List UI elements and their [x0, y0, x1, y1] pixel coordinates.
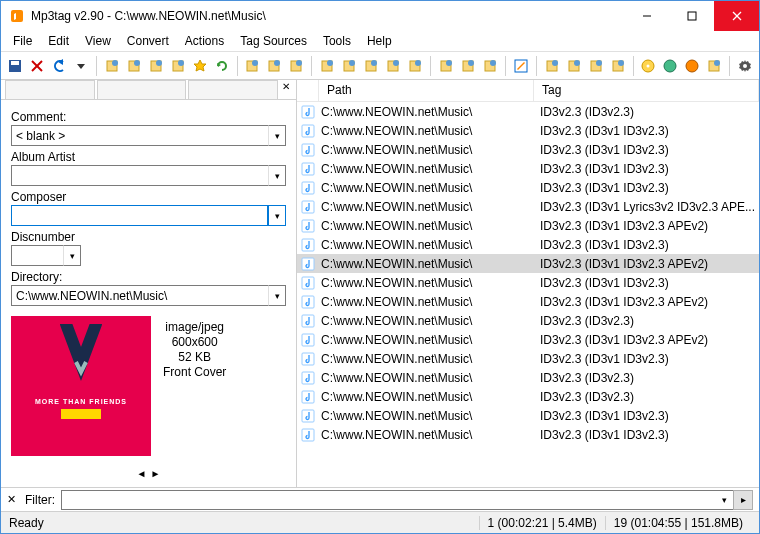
- composer-combo[interactable]: ▾: [11, 205, 286, 226]
- table-row[interactable]: C:\www.NEOWIN.net\Music\ID3v2.3 (ID3v1 I…: [297, 178, 759, 197]
- menu-view[interactable]: View: [77, 32, 119, 50]
- highlight-icon[interactable]: [286, 55, 306, 77]
- delete-icon[interactable]: [27, 55, 47, 77]
- maximize-button[interactable]: [669, 1, 714, 31]
- undo-icon[interactable]: [49, 55, 69, 77]
- dropdown-small-icon[interactable]: [480, 55, 500, 77]
- actions-icon[interactable]: [436, 55, 456, 77]
- dropdown-icon[interactable]: [71, 55, 91, 77]
- tag-filename-icon[interactable]: [317, 55, 337, 77]
- dropdown-icon[interactable]: ▾: [63, 245, 81, 266]
- svg-point-36: [468, 60, 474, 66]
- directory-input[interactable]: [11, 285, 268, 306]
- favorites-icon[interactable]: [190, 55, 210, 77]
- table-row[interactable]: C:\www.NEOWIN.net\Music\ID3v2.3 (ID3v1 I…: [297, 140, 759, 159]
- table-row[interactable]: C:\www.NEOWIN.net\Music\ID3v2.3 (ID3v1 I…: [297, 406, 759, 425]
- close-button[interactable]: [714, 1, 759, 31]
- col-tag[interactable]: Tag: [534, 80, 759, 101]
- disc-icon[interactable]: [638, 55, 658, 77]
- cell-path: C:\www.NEOWIN.net\Music\: [319, 162, 534, 176]
- menu-help[interactable]: Help: [359, 32, 400, 50]
- text-to-tag-icon[interactable]: [383, 55, 403, 77]
- directory-combo[interactable]: ▾: [11, 285, 286, 306]
- cut-tag-icon[interactable]: [542, 55, 562, 77]
- albumartist-input[interactable]: [11, 165, 268, 186]
- col-path[interactable]: Path: [319, 80, 534, 101]
- dropdown-icon[interactable]: ▾: [268, 125, 286, 146]
- apply-filter-button[interactable]: ▸: [733, 490, 753, 510]
- comment-input[interactable]: [11, 125, 268, 146]
- table-row[interactable]: C:\www.NEOWIN.net\Music\ID3v2.3 (ID3v1 I…: [297, 159, 759, 178]
- table-row[interactable]: C:\www.NEOWIN.net\Music\ID3v2.3 (ID3v2.3…: [297, 102, 759, 121]
- settings-icon[interactable]: [735, 55, 755, 77]
- save-all-icon[interactable]: [168, 55, 188, 77]
- table-row[interactable]: C:\www.NEOWIN.net\Music\ID3v2.3 (ID3v1 I…: [297, 292, 759, 311]
- panel-tab[interactable]: [5, 80, 95, 99]
- table-row[interactable]: C:\www.NEOWIN.net\Music\ID3v2.3 (ID3v1 I…: [297, 254, 759, 273]
- menu-convert[interactable]: Convert: [119, 32, 177, 50]
- dropdown-small2-icon[interactable]: [704, 55, 724, 77]
- tag-to-tag-icon[interactable]: [361, 55, 381, 77]
- filename-tag-icon[interactable]: [339, 55, 359, 77]
- directory-label: Directory:: [11, 270, 286, 284]
- clear-filter-icon[interactable]: ✕: [7, 493, 19, 506]
- next-cover-icon[interactable]: ►: [151, 468, 161, 479]
- composer-input[interactable]: [11, 205, 268, 226]
- menu-tag-sources[interactable]: Tag Sources: [232, 32, 315, 50]
- table-row[interactable]: C:\www.NEOWIN.net\Music\ID3v2.3 (ID3v1 I…: [297, 273, 759, 292]
- minimize-button[interactable]: [624, 1, 669, 31]
- refresh-icon[interactable]: [212, 55, 232, 77]
- table-row[interactable]: C:\www.NEOWIN.net\Music\ID3v2.3 (ID3v1 I…: [297, 235, 759, 254]
- tag-to-text-icon[interactable]: [405, 55, 425, 77]
- table-row[interactable]: C:\www.NEOWIN.net\Music\ID3v2.3 (ID3v1 I…: [297, 330, 759, 349]
- comment-combo[interactable]: ▾: [11, 125, 286, 146]
- table-row[interactable]: C:\www.NEOWIN.net\Music\ID3v2.3 (ID3v1 I…: [297, 349, 759, 368]
- table-row[interactable]: C:\www.NEOWIN.net\Music\ID3v2.3 (ID3v1 I…: [297, 425, 759, 444]
- discnumber-input[interactable]: [11, 245, 63, 266]
- menu-edit[interactable]: Edit: [40, 32, 77, 50]
- panel-tab[interactable]: [188, 80, 278, 99]
- table-row[interactable]: C:\www.NEOWIN.net\Music\ID3v2.3 (ID3v1 I…: [297, 216, 759, 235]
- open-folder-icon[interactable]: [102, 55, 122, 77]
- list-body[interactable]: C:\www.NEOWIN.net\Music\ID3v2.3 (ID3v2.3…: [297, 102, 759, 487]
- add-folder-icon[interactable]: [124, 55, 144, 77]
- album-cover[interactable]: MORE THAN FRIENDS: [11, 316, 151, 456]
- cover-icon[interactable]: [682, 55, 702, 77]
- web-icon[interactable]: [660, 55, 680, 77]
- edit-icon[interactable]: [511, 55, 531, 77]
- menu-tools[interactable]: Tools: [315, 32, 359, 50]
- panel-tab[interactable]: [97, 80, 187, 99]
- table-row[interactable]: C:\www.NEOWIN.net\Music\ID3v2.3 (ID3v2.3…: [297, 387, 759, 406]
- cell-path: C:\www.NEOWIN.net\Music\: [319, 238, 534, 252]
- filter-dropdown-icon[interactable]: ▾: [722, 495, 727, 505]
- save-playlist-icon[interactable]: [146, 55, 166, 77]
- albumartist-combo[interactable]: ▾: [11, 165, 286, 186]
- menu-actions[interactable]: Actions: [177, 32, 232, 50]
- paste-tag-icon[interactable]: [586, 55, 606, 77]
- col-icon[interactable]: [297, 80, 319, 101]
- dropdown-icon[interactable]: ▾: [268, 285, 286, 306]
- music-file-icon: [297, 238, 319, 252]
- list-numbered-icon[interactable]: [264, 55, 284, 77]
- dropdown-icon[interactable]: ▾: [268, 165, 286, 186]
- tag-panel: ✕ Comment: ▾ Album Artist ▾ Composer ▾ D…: [1, 80, 297, 487]
- table-row[interactable]: C:\www.NEOWIN.net\Music\ID3v2.3 (ID3v1 I…: [297, 121, 759, 140]
- prev-cover-icon[interactable]: ◄: [137, 468, 147, 479]
- table-row[interactable]: C:\www.NEOWIN.net\Music\ID3v2.3 (ID3v2.3…: [297, 311, 759, 330]
- cell-path: C:\www.NEOWIN.net\Music\: [319, 200, 534, 214]
- copy-tag-icon[interactable]: [564, 55, 584, 77]
- music-file-icon: [297, 333, 319, 347]
- table-row[interactable]: C:\www.NEOWIN.net\Music\ID3v2.3 (ID3v1 L…: [297, 197, 759, 216]
- discnumber-combo[interactable]: ▾: [11, 245, 81, 266]
- cover-mime: image/jpeg: [165, 320, 224, 334]
- table-row[interactable]: C:\www.NEOWIN.net\Music\ID3v2.3 (ID3v2.3…: [297, 368, 759, 387]
- filter-input[interactable]: [61, 490, 738, 510]
- dropdown-icon[interactable]: ▾: [268, 205, 286, 226]
- save-icon[interactable]: [5, 55, 25, 77]
- svg-point-47: [618, 60, 624, 66]
- list-icon[interactable]: [242, 55, 262, 77]
- menu-file[interactable]: File: [5, 32, 40, 50]
- close-panel-icon[interactable]: ✕: [280, 80, 292, 92]
- case-icon[interactable]: [458, 55, 478, 77]
- remove-tag-icon[interactable]: [608, 55, 628, 77]
